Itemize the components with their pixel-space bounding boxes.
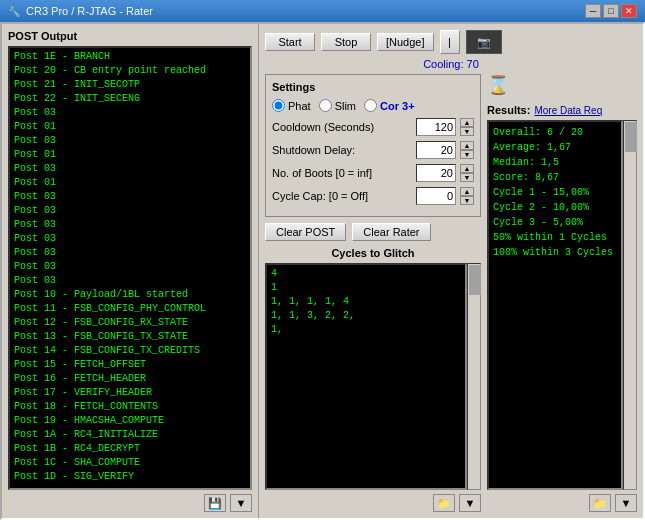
slim-radio[interactable] — [319, 99, 332, 112]
clear-post-button[interactable]: Clear POST — [265, 223, 346, 241]
boots-label: No. of Boots [0 = inf] — [272, 167, 412, 179]
cooldown-row: Cooldown (Seconds) ▲ ▼ — [272, 118, 474, 136]
cor3-label: Cor 3+ — [380, 100, 415, 112]
cycles-output: 411, 1, 1, 1, 41, 1, 3, 2, 2,1, — [265, 263, 467, 490]
pipe-button[interactable]: | — [440, 30, 460, 54]
cooling-status: Cooling: 70 — [265, 58, 637, 70]
cycle-cap-row: Cycle Cap: [0 = Off] ▲ ▼ — [272, 187, 474, 205]
cycles-scroll-thumb[interactable] — [469, 265, 481, 295]
slim-label: Slim — [335, 100, 356, 112]
results-folder-button[interactable]: 📁 — [589, 494, 611, 512]
cycle-cap-label: Cycle Cap: [0 = Off] — [272, 190, 412, 202]
post-output-text: Post 1E - BRANCHPost 20 - CB entry point… — [14, 50, 246, 484]
boots-down[interactable]: ▼ — [460, 173, 474, 182]
shutdown-up[interactable]: ▲ — [460, 141, 474, 150]
cycles-wrapper: 411, 1, 1, 1, 41, 1, 3, 2, 2,1, — [265, 263, 481, 490]
results-title: Results: — [487, 104, 530, 116]
settings-title: Settings — [272, 81, 474, 93]
phat-label: Phat — [288, 100, 311, 112]
radio-row: Phat Slim Cor 3+ — [272, 99, 474, 112]
nudge-button[interactable]: [Nudge] — [377, 33, 434, 51]
post-save-button[interactable]: 💾 — [204, 494, 226, 512]
start-button[interactable]: Start — [265, 33, 315, 51]
post-footer: 💾 ▼ — [8, 494, 252, 512]
cycles-down-button[interactable]: ▼ — [459, 494, 481, 512]
hourglass-icon: ⌛ — [487, 74, 509, 96]
right-panel: Start Stop [Nudge] | 📷 Cooling: 70 Setti… — [259, 24, 643, 518]
results-wrapper: Overall: 6 / 20Average: 1,67Median: 1,5S… — [487, 120, 637, 490]
clear-rater-button[interactable]: Clear Rater — [352, 223, 430, 241]
cooldown-label: Cooldown (Seconds) — [272, 121, 412, 133]
phat-radio[interactable] — [272, 99, 285, 112]
title-bar: 🔧 CR3 Pro / R-JTAG - Rater ─ □ ✕ — [0, 0, 645, 22]
cycles-title: Cycles to Glitch — [265, 247, 481, 259]
cooldown-input[interactable] — [416, 118, 456, 136]
window-controls: ─ □ ✕ — [585, 4, 637, 18]
stop-button[interactable]: Stop — [321, 33, 371, 51]
results-header: Results: More Data Req — [487, 104, 637, 116]
shutdown-input[interactable] — [416, 141, 456, 159]
cycle-cap-up[interactable]: ▲ — [460, 187, 474, 196]
shutdown-down[interactable]: ▼ — [460, 150, 474, 159]
slim-radio-label[interactable]: Slim — [319, 99, 356, 112]
settings-group: Settings Phat Slim Cor 3+ — [265, 74, 481, 217]
post-down-button[interactable]: ▼ — [230, 494, 252, 512]
maximize-button[interactable]: □ — [603, 4, 619, 18]
more-data-tab[interactable]: More Data Req — [534, 105, 602, 116]
top-controls: Start Stop [Nudge] | 📷 — [265, 30, 637, 54]
boots-spinner: ▲ ▼ — [460, 164, 474, 182]
cooldown-spinner: ▲ ▼ — [460, 118, 474, 136]
shutdown-row: Shutdown Delay: ▲ ▼ — [272, 141, 474, 159]
cycle-cap-down[interactable]: ▼ — [460, 196, 474, 205]
post-output-area: Post 1E - BRANCHPost 20 - CB entry point… — [8, 46, 252, 490]
shutdown-spinner: ▲ ▼ — [460, 141, 474, 159]
close-button[interactable]: ✕ — [621, 4, 637, 18]
results-output: Overall: 6 / 20Average: 1,67Median: 1,5S… — [487, 120, 623, 490]
app-icon: 🔧 — [8, 6, 20, 17]
post-output-title: POST Output — [8, 30, 252, 42]
cycle-cap-spinner: ▲ ▼ — [460, 187, 474, 205]
cycles-scrollbar[interactable] — [467, 263, 481, 490]
action-btns-row: Clear POST Clear Rater — [265, 223, 481, 241]
boots-input[interactable] — [416, 164, 456, 182]
cycles-footer: 📁 ▼ — [265, 494, 481, 512]
main-content: POST Output Post 1E - BRANCHPost 20 - CB… — [0, 22, 645, 520]
minimize-button[interactable]: ─ — [585, 4, 601, 18]
shutdown-label: Shutdown Delay: — [272, 144, 412, 156]
results-scroll-thumb[interactable] — [625, 122, 637, 152]
results-down-button[interactable]: ▼ — [615, 494, 637, 512]
window-title: CR3 Pro / R-JTAG - Rater — [26, 5, 153, 17]
boots-row: No. of Boots [0 = inf] ▲ ▼ — [272, 164, 474, 182]
camera-icon: 📷 — [477, 36, 491, 49]
camera-button[interactable]: 📷 — [466, 30, 502, 54]
boots-up[interactable]: ▲ — [460, 164, 474, 173]
results-scrollbar[interactable] — [623, 120, 637, 490]
right-main: Settings Phat Slim Cor 3+ — [265, 74, 637, 512]
cor3-radio[interactable] — [364, 99, 377, 112]
cooldown-up[interactable]: ▲ — [460, 118, 474, 127]
results-section: ⌛ Results: More Data Req Overall: 6 / 20… — [487, 74, 637, 512]
right-left-col: Settings Phat Slim Cor 3+ — [265, 74, 481, 512]
cycles-panel: Cycles to Glitch 411, 1, 1, 1, 41, 1, 3,… — [265, 247, 481, 512]
cooldown-down[interactable]: ▼ — [460, 127, 474, 136]
phat-radio-label[interactable]: Phat — [272, 99, 311, 112]
cor3-radio-label[interactable]: Cor 3+ — [364, 99, 415, 112]
cycles-folder-button[interactable]: 📁 — [433, 494, 455, 512]
left-panel: POST Output Post 1E - BRANCHPost 20 - CB… — [2, 24, 259, 518]
cycle-cap-input[interactable] — [416, 187, 456, 205]
results-footer: 📁 ▼ — [487, 494, 637, 512]
